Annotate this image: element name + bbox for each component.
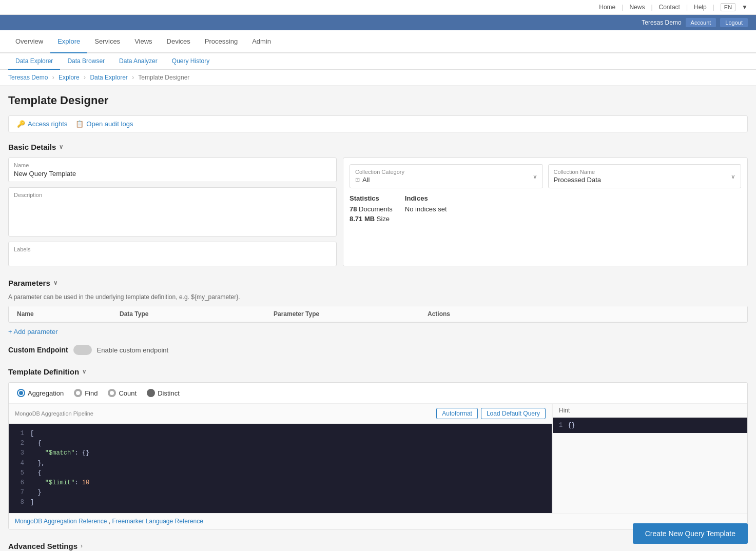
name-label: Name — [14, 162, 331, 168]
key-icon: 🔑 — [17, 120, 25, 128]
basic-details-right: Collection Category ⊡ All ∨ Collection N… — [343, 158, 748, 266]
sub-nav: Data Explorer Data Browser Data Analyzer… — [0, 53, 756, 70]
size-stat: 8.71 MB Size — [350, 215, 393, 223]
logout-button[interactable]: Logout — [720, 18, 748, 27]
subnav-data-browser[interactable]: Data Browser — [60, 53, 112, 70]
radio-find[interactable]: Find — [74, 389, 98, 397]
breadcrumb-sep: › — [132, 74, 134, 81]
col-param-type: Parameter Type — [274, 310, 428, 318]
breadcrumb-data-explorer[interactable]: Data Explorer — [90, 74, 127, 81]
main-nav: Overview Explore Services Views Devices … — [0, 30, 756, 53]
code-editor-header: MongoDB Aggregation Pipeline Autoformat … — [9, 404, 552, 424]
parameters-table-header: Name Data Type Parameter Type Actions — [9, 306, 747, 322]
stats-row: Statistics 78 Documents 8.71 MB Size Ind… — [350, 194, 741, 225]
hint-panel: Hint 1 {} — [552, 404, 747, 513]
indices-title: Indices — [405, 194, 447, 202]
radio-aggregation[interactable]: Aggregation — [17, 389, 64, 397]
enable-custom-endpoint-toggle[interactable] — [73, 345, 92, 355]
code-editor: MongoDB Aggregation Pipeline Autoformat … — [9, 404, 552, 513]
subnav-data-analyzer[interactable]: Data Analyzer — [112, 53, 165, 70]
radio-find-label: Find — [85, 389, 98, 397]
subnav-query-history[interactable]: Query History — [165, 53, 217, 70]
breadcrumb-sep: › — [84, 74, 86, 81]
nav-contact-link[interactable]: Contact — [659, 4, 680, 11]
toggle-label: Enable custom endpoint — [97, 346, 168, 354]
nav-home-link[interactable]: Home — [599, 4, 615, 11]
statistics-col: Statistics 78 Documents 8.71 MB Size — [350, 194, 393, 225]
chevron-down-icon: ∨ — [53, 280, 57, 286]
breadcrumb-teresas-demo[interactable]: Teresas Demo — [8, 74, 48, 81]
bottom-bar: Create New Query Template — [625, 516, 756, 551]
chevron-down-icon: ∨ — [731, 173, 735, 180]
custom-endpoint: Custom Endpoint Enable custom endpoint — [8, 345, 748, 355]
code-content[interactable]: 12345678 [ { "$match": {} }, { "$limit":… — [9, 424, 552, 513]
code-lines: [ { "$match": {} }, { "$limit": 10 } ] — [30, 429, 547, 508]
audit-logs-link[interactable]: 📋 Open audit logs — [75, 120, 133, 128]
description-field: Description — [8, 187, 337, 237]
log-icon: 📋 — [75, 120, 84, 128]
chevron-right-icon: › — [81, 542, 83, 549]
account-button[interactable]: Account — [686, 18, 716, 27]
chevron-down-icon: ∨ — [82, 368, 86, 375]
description-input[interactable] — [14, 200, 331, 230]
nav-processing[interactable]: Processing — [198, 30, 245, 53]
labels-field: Labels — [8, 242, 337, 266]
basic-details-title[interactable]: Basic Details ∨ — [8, 143, 748, 151]
template-definition-title[interactable]: Template Definition ∨ — [8, 367, 748, 376]
basic-details-section: Basic Details ∨ Name Description Labels — [8, 143, 748, 266]
name-input[interactable] — [14, 170, 331, 178]
page-title: Template Designer — [8, 94, 748, 107]
access-rights-link[interactable]: 🔑 Access rights — [17, 120, 67, 128]
radio-distinct-label: Distinct — [158, 389, 180, 397]
col-actions: Actions — [428, 310, 739, 318]
create-new-query-template-button[interactable]: Create New Query Template — [633, 523, 748, 544]
separator: | — [686, 4, 688, 11]
freemarker-reference-link[interactable]: Freemarker Language Reference — [112, 518, 203, 525]
nav-explore[interactable]: Explore — [50, 30, 87, 53]
radio-count[interactable]: Count — [108, 389, 137, 397]
labels-input[interactable] — [14, 254, 331, 262]
breadcrumb: Teresas Demo › Explore › Data Explorer ›… — [0, 70, 756, 86]
parameters-section: Parameters ∨ A parameter can be used in … — [8, 279, 748, 355]
hint-header: Hint — [553, 404, 747, 418]
nav-overview[interactable]: Overview — [8, 30, 50, 53]
radio-distinct[interactable]: Distinct — [147, 389, 180, 397]
chevron-down-icon: ▼ — [742, 4, 748, 11]
nav-services[interactable]: Services — [87, 30, 127, 53]
nav-help-link[interactable]: Help — [694, 4, 707, 11]
radio-count-circle — [108, 389, 116, 397]
labels-label: Labels — [14, 246, 331, 252]
collection-name-field[interactable]: Collection Name Processed Data ∨ — [548, 164, 742, 188]
collection-category-label: Collection Category — [355, 169, 533, 175]
custom-endpoint-row: Custom Endpoint Enable custom endpoint — [8, 345, 748, 355]
add-parameter-button[interactable]: + Add parameter — [8, 328, 57, 336]
indices-value: No indices set — [405, 205, 447, 213]
radio-find-circle — [74, 389, 82, 397]
line-numbers: 12345678 — [14, 429, 24, 508]
load-default-query-button[interactable]: Load Default Query — [481, 408, 546, 419]
user-bar: Teresas Demo Account Logout — [0, 15, 756, 30]
nav-views[interactable]: Views — [127, 30, 159, 53]
nav-admin[interactable]: Admin — [245, 30, 278, 53]
indices-col: Indices No indices set — [405, 194, 447, 225]
collection-category-field[interactable]: Collection Category ⊡ All ∨ — [350, 164, 543, 188]
subnav-data-explorer[interactable]: Data Explorer — [8, 53, 60, 70]
basic-details-grid: Name Description Labels — [8, 158, 748, 266]
parameters-table: Name Data Type Parameter Type Actions — [8, 306, 748, 323]
mongodb-reference-link[interactable]: MongoDB Aggregation Reference — [15, 518, 107, 525]
radio-aggregation-circle — [17, 389, 25, 397]
autoformat-button[interactable]: Autoformat — [436, 408, 478, 419]
collection-category-value: ⊡ All — [355, 176, 533, 184]
parameters-title[interactable]: Parameters ∨ — [8, 279, 748, 287]
separator: | — [622, 4, 623, 11]
breadcrumb-current: Template Designer — [138, 74, 189, 81]
breadcrumb-explore[interactable]: Explore — [59, 74, 80, 81]
hint-content: 1 {} — [553, 418, 747, 433]
name-field: Name — [8, 158, 337, 182]
nav-devices[interactable]: Devices — [160, 30, 198, 53]
query-type-radio-group: Aggregation Find Count Dis — [17, 389, 739, 397]
nav-news-link[interactable]: News — [629, 4, 645, 11]
language-selector[interactable]: EN — [721, 3, 735, 11]
basic-details-left: Name Description Labels — [8, 158, 337, 266]
template-def-header: Aggregation Find Count Dis — [9, 383, 747, 404]
